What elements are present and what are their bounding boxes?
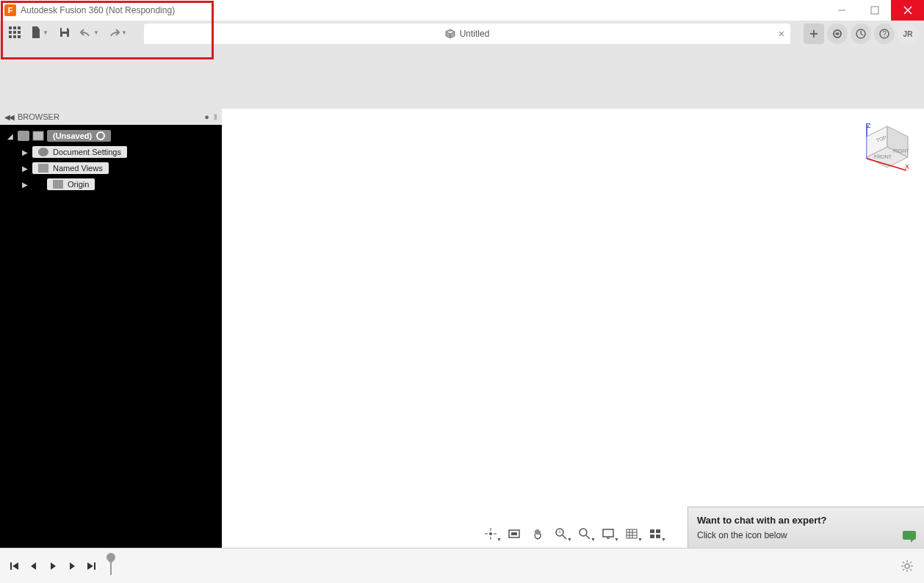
expander-icon[interactable]: ▶ [22,164,29,173]
grid-settings-button[interactable]: ▼ [622,526,641,542]
visibility-icon[interactable] [18,131,29,141]
navigation-toolbar: ▼ + ▼ ▼ ▼ ▼ [480,524,666,543]
chat-expert-popup: Want to chat with an expert? Click on th… [687,507,924,548]
window-title: Autodesk Fusion 360 (Not Responding) [21,5,175,15]
display-settings-button[interactable]: ▼ [599,526,618,542]
redo-button[interactable]: ▼ [104,22,131,43]
svg-text:FRONT: FRONT [874,154,892,159]
z-axis-label: Z [867,122,871,129]
x-axis-label: X [905,163,909,170]
chat-popup-subtitle: Click on the icon below [697,530,915,540]
ribbon-area [0,44,924,109]
tree-node-origin[interactable]: ▶ Origin [0,176,222,192]
zoom-button[interactable]: + ▼ [552,526,571,542]
svg-rect-6 [18,26,21,29]
data-panel-button[interactable] [4,22,25,43]
browser-header[interactable]: ◀◀ BROWSER ● ⦀ [0,109,222,125]
expander-icon[interactable]: ▶ [22,181,29,189]
expander-icon[interactable]: ▶ [22,148,29,156]
browser-tree: ◢ (Unsaved) ▶ Document Settings ▶ [0,125,222,548]
tree-node-label: Named Views [53,164,103,173]
fit-button[interactable]: ▼ [575,526,594,542]
viewport-layout-button[interactable]: ▼ [646,526,665,542]
svg-line-65 [910,569,912,571]
svg-rect-9 [18,31,21,34]
user-avatar[interactable]: JR [898,23,918,44]
svg-rect-56 [10,562,12,570]
tree-node-label: Document Settings [53,148,121,156]
svg-text:+: + [558,529,561,535]
document-tab[interactable]: Untitled × [144,23,790,44]
minimize-button[interactable] [825,0,858,21]
svg-rect-46 [627,529,637,538]
tree-root-label: (Unsaved) [53,131,92,140]
pan-button[interactable] [528,526,547,542]
close-button[interactable] [891,0,924,21]
svg-rect-5 [13,26,16,29]
svg-rect-11 [13,35,16,38]
svg-rect-13 [62,28,67,32]
timeline-step-forward-button[interactable] [65,559,79,573]
minimize-panel-icon[interactable]: ● [204,112,209,122]
svg-rect-52 [656,529,660,533]
help-button[interactable]: ? [874,23,895,44]
dropdown-icon: ▼ [43,29,48,36]
tree-node-document-settings[interactable]: ▶ Document Settings [0,144,222,160]
svg-line-67 [910,562,912,563]
svg-line-20 [861,34,863,35]
browser-title: BROWSER [18,112,59,121]
svg-rect-58 [94,562,95,570]
undo-button[interactable]: ▼ [76,22,103,43]
tree-node-named-views[interactable]: ▶ Named Views [0,160,222,176]
extensions-button[interactable] [827,23,848,44]
visibility-off-icon[interactable] [32,180,44,189]
svg-rect-54 [656,535,660,538]
active-component-icon[interactable] [96,131,105,140]
timeline-settings-button[interactable] [900,560,914,573]
svg-rect-44 [603,529,613,537]
header-right-tools: ? JR [804,23,924,44]
save-button[interactable] [54,22,75,43]
component-icon [32,131,44,141]
window-controls [825,0,924,21]
svg-point-59 [905,564,909,568]
chat-icon[interactable] [902,530,917,543]
cube-icon [445,29,455,39]
look-at-button[interactable] [505,526,524,542]
orbit-button[interactable]: ▼ [481,526,500,542]
tree-root-node[interactable]: ◢ (Unsaved) [0,128,222,144]
svg-rect-7 [9,31,12,34]
timeline-end-button[interactable] [84,559,98,573]
timeline-marker[interactable] [110,557,112,575]
chat-popup-title: Want to chat with an expert? [697,515,915,526]
svg-point-32 [489,532,492,535]
svg-rect-53 [650,535,654,538]
document-tab-bar: Untitled × ? JR [144,23,924,44]
tab-close-button[interactable]: × [779,28,784,40]
viewport-canvas[interactable]: Z TOP FRONT RIGHT X Want to chat with an… [222,109,924,548]
svg-rect-10 [9,35,12,38]
gear-icon [38,148,48,156]
svg-line-43 [586,535,590,539]
expander-icon[interactable]: ◢ [7,132,15,140]
svg-rect-12 [18,35,21,38]
svg-rect-4 [9,26,12,29]
svg-text:?: ? [882,30,887,38]
job-status-button[interactable] [851,23,871,44]
folder-icon [53,180,63,189]
file-menu-button[interactable]: ▼ [26,22,53,43]
svg-point-42 [580,529,587,536]
svg-rect-51 [650,529,654,533]
svg-rect-8 [13,31,16,34]
timeline-start-button[interactable] [7,559,22,573]
view-cube[interactable]: Z TOP FRONT RIGHT X [859,120,912,173]
browser-panel: ◀◀ BROWSER ● ⦀ ◢ (Unsaved) ▶ [0,109,222,548]
folder-icon [38,164,48,173]
timeline-step-back-button[interactable] [26,559,41,573]
dropdown-icon: ▼ [121,29,127,36]
new-design-button[interactable] [804,23,824,44]
svg-rect-1 [871,7,878,14]
panel-options-icon[interactable]: ⦀ [214,112,217,122]
timeline-play-button[interactable] [46,559,60,573]
maximize-button[interactable] [858,0,891,21]
